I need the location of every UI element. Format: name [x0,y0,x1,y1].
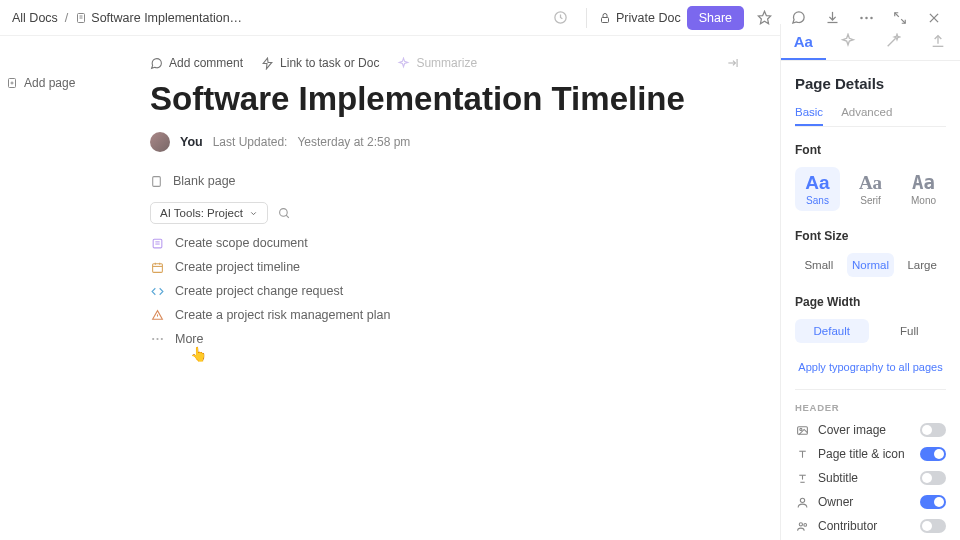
tab-templates[interactable] [871,24,916,60]
ai-item-label: Create a project risk management plan [175,308,390,322]
font-sample: Aa [848,173,893,192]
svg-point-44 [799,522,802,525]
right-panel: Aa Page Details Basic Advanced Font Aa S… [780,24,960,540]
toggle-switch[interactable] [920,447,946,461]
toggle-owner[interactable]: Owner [795,495,946,509]
meta-updated-label: Last Updated: [213,135,288,149]
font-size-small[interactable]: Small [795,253,843,277]
toggle-label: Owner [818,495,911,509]
toggle-subtitle[interactable]: Subtitle [795,471,946,485]
doc-meta-row: You Last Updated: Yesterday at 2:58 pm [150,132,740,152]
ai-item-more[interactable]: More [150,332,740,346]
favorite-icon[interactable] [750,4,778,32]
font-mono-button[interactable]: Aa Mono [901,167,946,211]
svg-rect-4 [602,17,609,22]
toggle-switch[interactable] [920,423,946,437]
font-name-label: Serif [848,195,893,206]
meta-author[interactable]: You [180,135,203,149]
page-title[interactable]: Software Implementation Timeline [150,80,740,118]
ai-item-risk-plan[interactable]: Create a project risk management plan [150,308,740,322]
svg-point-33 [161,338,163,340]
cursor-pointer-overlay: 👆 [190,346,207,362]
ai-tools-dropdown[interactable]: AI Tools: Project [150,202,268,224]
ai-search-icon[interactable] [278,207,291,220]
toggle-cover-image[interactable]: Cover image [795,423,946,437]
avatar[interactable] [150,132,170,152]
font-sample: Aa [795,173,840,192]
right-panel-tabs: Aa [781,24,960,61]
blank-page-button[interactable]: Blank page [150,174,740,188]
subtitle-icon [795,472,809,485]
toggle-page-title[interactable]: Page title & icon [795,447,946,461]
apply-typography-link[interactable]: Apply typography to all pages [795,361,946,373]
blank-templates: Blank page AI Tools: Project Create scop… [150,174,740,346]
svg-point-31 [152,338,154,340]
collapse-right-arrow-icon[interactable] [726,56,740,70]
meta-updated-value: Yesterday at 2:58 pm [297,135,410,149]
ai-item-scope[interactable]: Create scope document [150,236,740,250]
subtab-advanced[interactable]: Advanced [841,106,892,126]
private-doc-label: Private Doc [616,11,681,25]
breadcrumb-current-label: Software Implementation… [91,11,242,25]
font-section-label: Font [795,143,946,157]
typography-icon: Aa [794,33,813,50]
svg-line-11 [901,19,905,23]
share-button[interactable]: Share [687,6,744,30]
ai-item-label: Create scope document [175,236,308,250]
scope-icon [150,237,165,250]
ai-item-timeline[interactable]: Create project timeline [150,260,740,274]
doc-icon [75,12,87,24]
private-doc-button[interactable]: Private Doc [599,11,681,25]
breadcrumb-root[interactable]: All Docs [12,11,58,25]
font-size-normal[interactable]: Normal [847,253,895,277]
link-task-button[interactable]: Link to task or Doc [261,56,379,70]
tab-typography[interactable]: Aa [781,24,826,60]
more-dots-icon [150,337,165,341]
lock-icon [599,12,611,24]
svg-point-37 [799,428,801,430]
add-comment-button[interactable]: Add comment [150,56,243,70]
svg-point-7 [860,16,863,19]
sparkle-icon [397,57,410,70]
toggle-label: Contributor [818,519,911,533]
detail-subtabs: Basic Advanced [795,106,946,127]
svg-rect-26 [153,263,163,272]
font-size-options: Small Normal Large [795,253,946,277]
toggle-switch[interactable] [920,471,946,485]
font-name-label: Mono [901,195,946,206]
svg-marker-17 [263,58,272,69]
toggle-contributor[interactable]: Contributor [795,519,946,533]
tab-ai[interactable] [826,24,871,60]
svg-point-8 [865,16,868,19]
code-icon [150,285,165,298]
ai-item-label: Create project timeline [175,260,300,274]
svg-point-32 [156,338,158,340]
page-width-default[interactable]: Default [795,319,869,343]
ai-suggestions-list: Create scope document Create project tim… [150,236,740,346]
font-sans-button[interactable]: Aa Sans [795,167,840,211]
summarize-button[interactable]: Summarize [397,56,477,70]
toggle-switch[interactable] [920,519,946,533]
font-serif-button[interactable]: Aa Serif [848,167,893,211]
ai-item-change-request[interactable]: Create project change request [150,284,740,298]
comment-icon [150,57,163,70]
page-width-options: Default Full [795,319,946,343]
tab-export[interactable] [915,24,960,60]
font-size-large[interactable]: Large [898,253,946,277]
subtab-basic[interactable]: Basic [795,106,823,126]
font-name-label: Sans [795,195,840,206]
svg-point-43 [800,498,804,502]
svg-point-9 [870,16,873,19]
history-icon[interactable] [546,4,574,32]
toggle-switch[interactable] [920,495,946,509]
breadcrumb-current[interactable]: Software Implementation… [75,11,242,25]
risk-icon [150,309,165,322]
divider [586,8,587,28]
svg-rect-20 [153,176,161,186]
page-width-full[interactable]: Full [873,319,947,343]
ai-item-label: Create project change request [175,284,343,298]
svg-marker-5 [758,11,771,24]
divider [795,389,946,390]
svg-point-45 [803,523,806,526]
contributor-icon [795,520,809,533]
